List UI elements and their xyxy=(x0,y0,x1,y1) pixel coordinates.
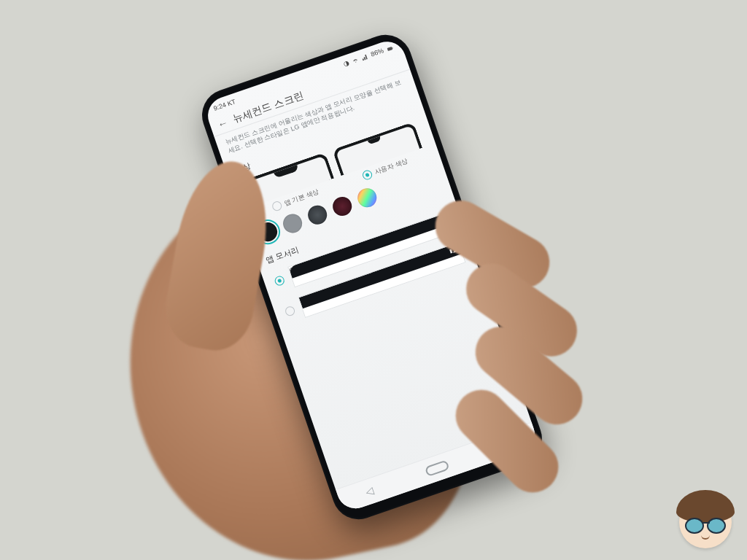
radio-dot xyxy=(274,275,286,287)
color-swatch-wine[interactable] xyxy=(330,194,355,218)
nav-home-icon[interactable] xyxy=(425,459,450,477)
status-carrier: KT xyxy=(226,98,236,107)
svg-rect-0 xyxy=(387,47,392,51)
color-swatch-rainbow[interactable] xyxy=(355,186,379,210)
signal-icon xyxy=(360,52,370,61)
nfc-icon: ◑ xyxy=(342,59,350,68)
radio-dot xyxy=(284,306,296,318)
nav-back-icon[interactable]: ◁ xyxy=(364,485,376,499)
color-swatch-grey[interactable] xyxy=(281,211,305,236)
watermark-avatar xyxy=(674,490,737,553)
battery-icon xyxy=(385,44,395,53)
back-icon[interactable]: ← xyxy=(216,117,229,130)
color-swatch-dark-grey[interactable] xyxy=(306,203,330,227)
wifi-icon xyxy=(350,55,360,65)
